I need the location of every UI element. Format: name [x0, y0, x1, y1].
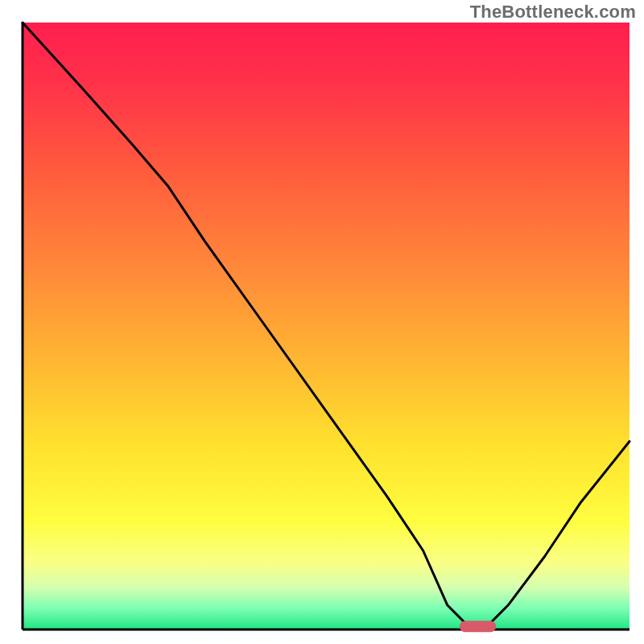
optimal-marker	[460, 621, 496, 632]
gradient-background	[23, 23, 630, 630]
bottleneck-chart: TheBottleneck.com	[0, 0, 644, 644]
attribution-label: TheBottleneck.com	[470, 2, 636, 23]
chart-svg	[0, 0, 644, 644]
